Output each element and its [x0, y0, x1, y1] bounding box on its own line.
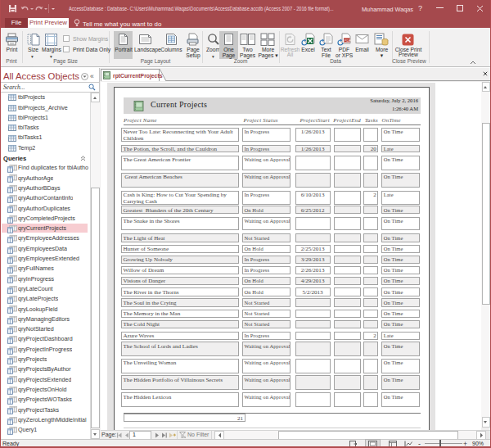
svg-text:PDF: PDF [345, 38, 351, 43]
